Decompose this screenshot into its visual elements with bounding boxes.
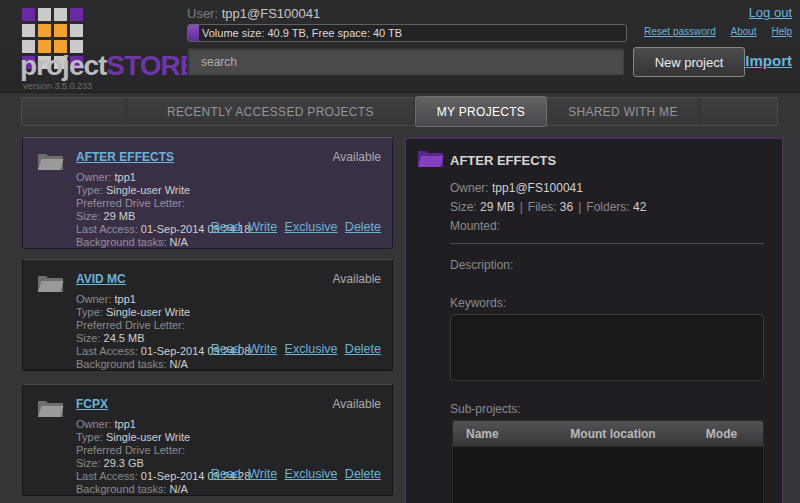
write-link[interactable]: Write [248, 467, 277, 481]
volume-usage-bar: Volume size: 40.9 TB, Free space: 40 TB [187, 24, 627, 42]
tab-recently-accessed[interactable]: RECENTLY ACCESSED PROJECTS [127, 98, 415, 125]
exclusive-link[interactable]: Exclusive [285, 467, 338, 481]
exclusive-link[interactable]: Exclusive [285, 220, 338, 234]
drive-row: Preferred Drive Letter: [76, 444, 250, 457]
drive-row: Preferred Drive Letter: [76, 319, 250, 332]
tab-shared-with-me[interactable]: SHARED WITH ME [547, 98, 700, 125]
project-card-avid-mc[interactable]: AVID MC Available Owner: tpp1 Type: Sing… [22, 259, 393, 371]
drive-row: Preferred Drive Letter: [76, 197, 250, 210]
search-input[interactable] [187, 47, 625, 76]
delete-link[interactable]: Delete [345, 467, 381, 481]
subprojects-table: Name Mount location Mode [452, 420, 764, 503]
project-details: Owner: tpp1 Type: Single-user Write Pref… [76, 171, 250, 249]
detail-size-row: Size: 29 MB|Files: 36|Folders: 42 [450, 200, 646, 214]
user-label: User: [187, 6, 218, 21]
about-link[interactable]: About [731, 26, 757, 37]
tab-spacer [22, 98, 127, 125]
read-link[interactable]: Read [211, 220, 241, 234]
subprojects-table-body [452, 447, 764, 503]
status-label: Available [333, 150, 381, 164]
exclusive-link[interactable]: Exclusive [285, 342, 338, 356]
project-actions: Read Write Exclusive Delete [207, 467, 381, 481]
background-tasks-row: Background tasks: N/A [76, 483, 250, 496]
tab-bar: RECENTLY ACCESSED PROJECTS MY PROJECTS S… [21, 97, 778, 126]
project-actions: Read Write Exclusive Delete [207, 342, 381, 356]
type-row: Type: Single-user Write [76, 184, 250, 197]
type-row: Type: Single-user Write [76, 431, 250, 444]
new-project-button[interactable]: New project [633, 47, 745, 77]
column-header-mode: Mode [678, 427, 765, 441]
project-name-link[interactable]: AVID MC [76, 272, 126, 286]
reset-password-link[interactable]: Reset password [644, 26, 716, 37]
write-link[interactable]: Write [248, 220, 277, 234]
folder-icon [37, 273, 64, 293]
owner-row: Owner: tpp1 [76, 418, 250, 431]
purple-folder-icon [417, 148, 444, 168]
header-small-links: Reset password About Help [632, 26, 792, 37]
background-tasks-row: Background tasks: N/A [76, 358, 250, 371]
header: projectSTORE version 3.5.0.233 User: tpp… [0, 0, 800, 93]
project-details: Owner: tpp1 Type: Single-user Write Pref… [76, 418, 250, 496]
write-link[interactable]: Write [248, 342, 277, 356]
project-details: Owner: tpp1 Type: Single-user Write Pref… [76, 293, 250, 371]
status-label: Available [333, 397, 381, 411]
owner-row: Owner: tpp1 [76, 171, 250, 184]
project-name-link[interactable]: FCPX [76, 397, 108, 411]
project-card-after-effects[interactable]: AFTER EFFECTS Available Owner: tpp1 Type… [22, 137, 393, 249]
column-header-name: Name [453, 427, 548, 441]
description-label: Description: [450, 258, 513, 272]
project-name-link[interactable]: AFTER EFFECTS [76, 150, 174, 164]
app-logo: projectSTORE [20, 50, 197, 82]
folder-icon [37, 398, 64, 418]
tab-my-projects[interactable]: MY PROJECTS [415, 96, 547, 127]
subprojects-table-header: Name Mount location Mode [452, 420, 764, 447]
status-label: Available [333, 272, 381, 286]
column-header-mount-location: Mount location [548, 427, 678, 441]
keywords-textarea[interactable] [450, 314, 764, 381]
type-row: Type: Single-user Write [76, 306, 250, 319]
owner-row: Owner: tpp1 [76, 293, 250, 306]
divider [450, 243, 764, 244]
detail-title: AFTER EFFECTS [450, 153, 556, 168]
project-actions: Read Write Exclusive Delete [207, 220, 381, 234]
read-link[interactable]: Read [211, 467, 241, 481]
delete-link[interactable]: Delete [345, 220, 381, 234]
import-link[interactable]: Import [745, 52, 792, 69]
version-label: version 3.5.0.233 [23, 81, 92, 91]
volume-usage-fill [188, 25, 199, 41]
project-card-fcpx[interactable]: FCPX Available Owner: tpp1 Type: Single-… [22, 384, 393, 496]
detail-owner-row: Owner: tpp1@FS100041 [450, 181, 583, 195]
delete-link[interactable]: Delete [345, 342, 381, 356]
folder-icon [37, 151, 64, 171]
volume-usage-text: Volume size: 40.9 TB, Free space: 40 TB [202, 27, 402, 39]
logout-link[interactable]: Log out [749, 5, 792, 20]
project-detail-panel: AFTER EFFECTS Owner: tpp1@FS100041 Size:… [404, 137, 784, 503]
user-info: User: tpp1@FS100041 [187, 6, 320, 21]
user-value: tpp1@FS100041 [222, 6, 321, 21]
detail-mounted-row: Mounted: [450, 219, 500, 233]
help-link[interactable]: Help [771, 26, 792, 37]
background-tasks-row: Background tasks: N/A [76, 236, 250, 249]
subprojects-label: Sub-projects: [450, 402, 521, 416]
keywords-label: Keywords: [450, 296, 506, 310]
read-link[interactable]: Read [211, 342, 241, 356]
